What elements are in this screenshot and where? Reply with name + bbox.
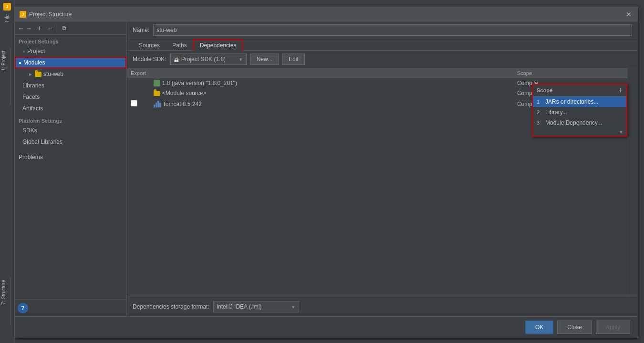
dialog-close-button[interactable]: ✕ (624, 10, 633, 19)
sidebar-item-artifacts[interactable]: Artifacts (15, 103, 126, 114)
tab-sources[interactable]: Sources (133, 40, 166, 51)
left-panel-bottom: ? (15, 300, 126, 316)
close-button[interactable]: Close (557, 321, 592, 334)
project-structure-dialog: J Project Structure ✕ ← → + − ⧉ (14, 7, 638, 338)
sidebar-item-facets[interactable]: Facets (15, 91, 126, 103)
ide-project-tab-area: 1: Project (0, 48, 10, 105)
copy-module-button[interactable]: ⧉ (59, 24, 69, 32)
tree-container: Project Settings ● Project ● Modules ► (15, 35, 126, 300)
dialog-title-icon: J (20, 11, 26, 18)
scope-item-jars[interactable]: 1 JARs or directories... (533, 96, 626, 107)
scope-item-module-dep[interactable]: 3 Module Dependency... (533, 118, 626, 128)
ide-file-label[interactable]: File (3, 12, 10, 24)
sidebar-item-global-libraries[interactable]: Global Libraries (15, 136, 126, 148)
platform-settings-section-header: Platform Settings (15, 114, 126, 125)
right-panel: Name: Sources Paths Dependencies Module … (127, 21, 638, 316)
project-settings-section-header: Project Settings (15, 37, 126, 45)
scope-item-library[interactable]: 2 Library... (533, 107, 626, 118)
name-row: Name: (127, 21, 638, 39)
dialog-titlebar: J Project Structure ✕ (15, 7, 638, 21)
ok-button[interactable]: OK (525, 321, 553, 334)
tab-dependencies[interactable]: Dependencies (193, 39, 243, 51)
scope-col-header: Scope (513, 68, 627, 78)
tomcat-export-checkbox[interactable] (131, 100, 137, 107)
tabs-row: Sources Paths Dependencies (127, 39, 638, 51)
module-sdk-row: Module SDK: ☕ Project SDK (1.8) ▼ New...… (127, 51, 638, 68)
scope-popup: Scope + 1 JARs or directories... 2 Libra… (532, 84, 627, 137)
project-vertical-tab[interactable]: 1: Project (0, 48, 7, 74)
storage-format-row: Dependencies storage format: IntelliJ ID… (127, 297, 638, 316)
nav-forward-button[interactable]: → (25, 24, 32, 32)
sidebar-item-modules[interactable]: ● Modules (15, 57, 126, 68)
nav-back-button[interactable]: ← (18, 24, 24, 32)
storage-format-select[interactable]: IntelliJ IDEA (.iml) ▼ (213, 301, 299, 312)
scope-popup-plus[interactable]: + (618, 86, 623, 94)
scope-popup-scroll: ▼ (533, 128, 626, 136)
sidebar-item-libraries[interactable]: Libraries (15, 80, 126, 91)
scope-popup-header: Scope + (533, 85, 626, 96)
ide-logo: J (2, 2, 12, 11)
apply-button[interactable]: Apply (596, 321, 630, 334)
sdk-value-text: Project SDK (1.8) (181, 56, 237, 63)
help-button[interactable]: ? (18, 303, 28, 313)
name-input[interactable] (153, 24, 632, 36)
edit-sdk-button[interactable]: Edit (282, 54, 305, 65)
sidebar-item-problems[interactable]: Problems (15, 151, 126, 163)
add-module-button[interactable]: + (35, 24, 44, 32)
storage-format-value: IntelliJ IDEA (.iml) (217, 303, 289, 310)
ide-structure-tab-area: 7: Structure (0, 277, 10, 325)
remove-module-button[interactable]: − (45, 24, 55, 32)
dialog-footer: OK Close Apply (15, 316, 638, 338)
dialog-title-area: J Project Structure (20, 11, 72, 18)
dialog-body: ← → + − ⧉ Project Settings ● Project (15, 21, 638, 316)
tab-paths[interactable]: Paths (166, 40, 193, 51)
dep-right-toolbar (627, 68, 638, 297)
name-label: Name: (133, 27, 149, 33)
module-sdk-label: Module SDK: (133, 56, 166, 63)
name-col-header (150, 68, 513, 78)
sidebar-item-project[interactable]: ● Project (15, 45, 126, 57)
sidebar-item-sdks[interactable]: SDKs (15, 125, 126, 136)
left-toolbar: ← → + − ⧉ (15, 21, 126, 35)
sidebar-item-stu-web[interactable]: ► stu-web (15, 68, 126, 80)
export-col-header: Export (127, 68, 150, 78)
structure-vertical-tab[interactable]: 7: Structure (0, 277, 7, 308)
dialog-title-text: Project Structure (29, 11, 72, 18)
left-panel: ← → + − ⧉ Project Settings ● Project (15, 21, 127, 316)
dep-table-header: Export Scope (127, 68, 627, 78)
scope-popup-title: Scope (537, 87, 552, 93)
module-sdk-select[interactable]: ☕ Project SDK (1.8) ▼ (170, 54, 247, 65)
dependencies-section: Export Scope (127, 68, 638, 316)
new-sdk-button[interactable]: New... (250, 54, 279, 65)
storage-format-label: Dependencies storage format: (133, 303, 209, 310)
